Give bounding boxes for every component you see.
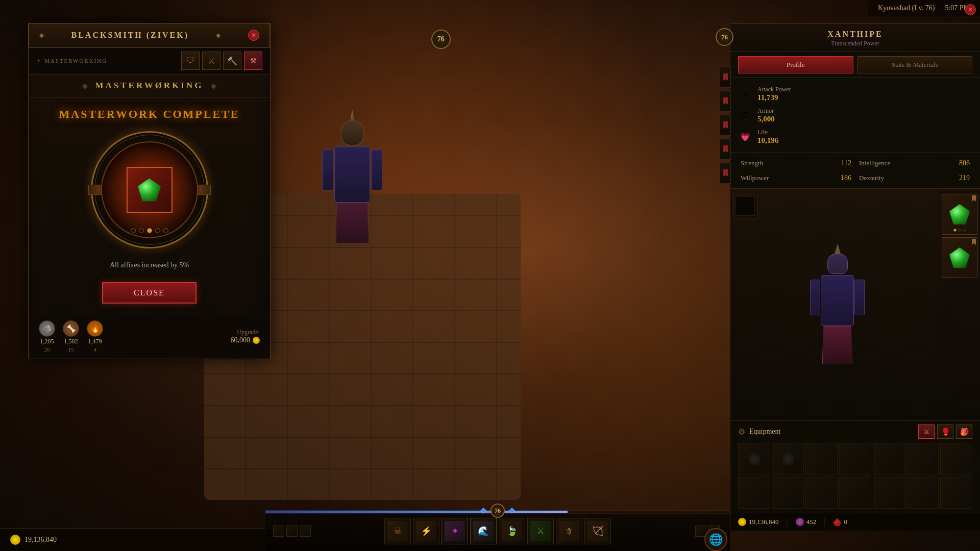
gold-currency-amount: 19,136,840 — [24, 536, 57, 544]
intelligence-row: Intelligence 806 — [856, 157, 972, 169]
experience-fill — [265, 511, 568, 513]
dexterity-label: Dexterity — [859, 174, 884, 182]
skill-slot-7[interactable]: 🗡 — [556, 518, 582, 544]
equip-cell-1-3[interactable] — [805, 443, 838, 475]
willpower-label: Willpower — [741, 174, 769, 182]
panel-bookmarks — [720, 66, 731, 184]
equip-cell-1-1[interactable] — [738, 443, 770, 475]
char-red-icon — [833, 518, 841, 526]
blacksmith-title: BLACKSMITH (ZIVEK) — [71, 31, 189, 40]
skill-slot-4[interactable]: 🌊 — [470, 518, 497, 544]
filter-btn-armor[interactable]: 🥊 — [937, 424, 953, 439]
bookmark-4[interactable] — [720, 138, 731, 160]
world-map-button[interactable]: 🌐 — [704, 528, 727, 551]
equip-cell-1-6[interactable] — [906, 443, 939, 475]
life-row: 💗 Life 10,196 — [738, 126, 972, 147]
char-gold-item: 19,136,840 — [738, 518, 779, 526]
item-card-bookmark-1 — [972, 195, 976, 202]
armor-icon: 🛡 — [738, 108, 752, 122]
character-level-badge: 76 — [716, 28, 733, 46]
equip-item-card-2[interactable] — [942, 237, 977, 278]
section-ornament-right: ◆ — [211, 82, 216, 90]
experience-bar: 76 — [265, 511, 730, 514]
nav-repair-btn[interactable]: 🛡 — [181, 52, 200, 70]
intelligence-label: Intelligence — [859, 159, 890, 167]
dexterity-row: Dexterity 219 — [856, 172, 972, 184]
equip-item-card-1[interactable] — [942, 194, 977, 235]
masterwork-close-button[interactable]: Close — [102, 282, 197, 304]
nav-sq-1[interactable] — [273, 525, 284, 537]
equip-cell-1-2[interactable] — [772, 443, 804, 475]
character-panel: XANTHIPE Transcended Power Profile Stats… — [730, 23, 980, 531]
upgrade-dot-3 — [147, 228, 152, 233]
nav-craft-btn[interactable]: 🔨 — [223, 52, 241, 70]
equip-cell-2-1[interactable] — [738, 477, 770, 509]
character-bottom-currency: 19,136,840 | 452 | 0 — [730, 513, 980, 531]
character-silhouette — [322, 120, 383, 263]
resource-icon-2: 🦴 — [63, 320, 79, 337]
title-diamond-right: ◆ — [216, 32, 220, 39]
equipment-section: ⚙ Equipment ⚔ 🥊 🎒 — [730, 420, 980, 513]
bookmark-2[interactable] — [720, 90, 731, 112]
section-title: MASTERWØRKING — [95, 81, 204, 91]
gold-currency-icon — [10, 535, 20, 545]
bookmark-flag-2 — [723, 97, 728, 105]
equip-cell-1-4[interactable] — [839, 443, 871, 475]
skill-slot-6[interactable]: ⚔ — [527, 518, 554, 544]
world-level-indicator: 76 — [431, 30, 451, 49]
char-gold-amount: 19,136,840 — [749, 518, 779, 526]
equip-slot-left-5[interactable] — [733, 194, 757, 218]
resource-1: 🪨 1,205 20 — [39, 320, 55, 353]
exp-diamond-3 — [509, 508, 514, 513]
skill-icon-5: 🍃 — [502, 521, 522, 541]
nav-salvage-btn[interactable]: ⚔ — [202, 52, 220, 70]
upgrade-dots — [131, 228, 168, 233]
blacksmith-nav: ✦ MASTERWORKING 🛡 ⚔ 🔨 ⚒ — [29, 47, 270, 74]
equip-cell-2-2[interactable] — [772, 477, 804, 509]
section-header: ◆ MASTERWØRKING ◆ — [29, 74, 270, 97]
equip-cell-1-5[interactable] — [873, 443, 905, 475]
nav-masterwork-btn[interactable]: ⚒ — [244, 52, 262, 70]
resource-icon-3: 🔥 — [87, 320, 103, 337]
equip-slot-inner-l5 — [736, 196, 755, 216]
resource-sub-1: 20 — [44, 346, 50, 353]
resource-count-2: 1,502 — [64, 338, 78, 345]
skill-icon-4: 🌊 — [473, 521, 494, 541]
filter-btn-misc[interactable]: 🎒 — [956, 424, 972, 439]
life-icon: 💗 — [738, 130, 752, 144]
char-red-amount: 0 — [844, 518, 847, 526]
blacksmith-close-button[interactable]: ✕ — [248, 30, 259, 41]
equip-cell-2-3[interactable] — [805, 477, 838, 509]
equipment-header: ⚙ Equipment ⚔ 🥊 🎒 — [738, 424, 972, 439]
nav-sq-2[interactable] — [286, 525, 298, 537]
nav-sq-3[interactable] — [300, 525, 311, 537]
bookmark-5[interactable] — [720, 162, 731, 184]
strength-value: 112 — [841, 159, 851, 167]
item-card-dots-1 — [953, 229, 966, 232]
skill-slot-5[interactable]: 🍃 — [499, 518, 525, 544]
equip-cell-1-7[interactable] — [940, 443, 972, 475]
bookmark-1[interactable] — [720, 66, 731, 88]
skill-slot-2[interactable]: ⚡ — [413, 518, 439, 544]
life-value: 10,196 — [757, 136, 778, 145]
skill-slot-3[interactable]: ✦ — [442, 518, 468, 544]
attack-power-label: Attack Power — [757, 86, 791, 93]
equip-cell-2-7[interactable] — [940, 477, 972, 509]
bookmark-flag-4 — [723, 145, 728, 153]
equip-cell-2-4[interactable] — [839, 477, 871, 509]
filter-btn-weapons[interactable]: ⚔ — [918, 424, 935, 439]
char-purple-item: 452 — [796, 518, 817, 526]
tab-stats-materials[interactable]: Stats & Materials — [857, 56, 973, 73]
equip-cell-2-6[interactable] — [906, 477, 939, 509]
armor-label: Armor — [757, 107, 775, 115]
left-nav-squares — [273, 525, 311, 537]
equip-cell-2-5[interactable] — [873, 477, 905, 509]
character-name: XANTHIPE — [738, 30, 972, 39]
skill-slot-1[interactable]: ☠ — [384, 518, 411, 544]
attack-power-icon: ⚔ — [738, 87, 752, 101]
left-equip-column — [730, 189, 736, 420]
tab-profile[interactable]: Profile — [738, 56, 853, 73]
skill-slot-8[interactable]: 🏹 — [584, 518, 611, 544]
bookmark-3[interactable] — [720, 114, 731, 136]
panel-close-top-right[interactable]: ✕ — [965, 4, 976, 15]
